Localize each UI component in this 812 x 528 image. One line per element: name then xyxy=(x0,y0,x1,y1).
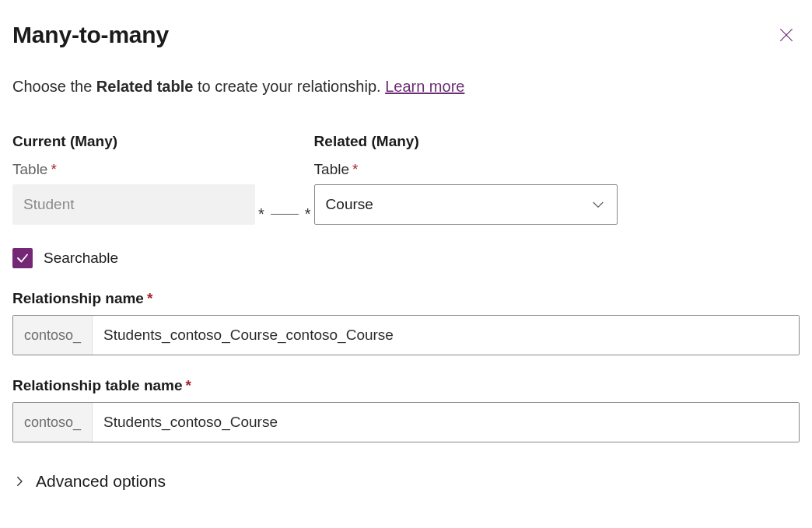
advanced-options-label: Advanced options xyxy=(36,472,166,491)
close-button[interactable] xyxy=(773,22,800,48)
connector-right-star: * xyxy=(305,205,311,223)
intro-text: Choose the Related table to create your … xyxy=(12,78,800,96)
required-marker: * xyxy=(147,290,152,306)
connector-line xyxy=(271,214,299,215)
intro-prefix: Choose the xyxy=(12,78,96,95)
intro-bold: Related table xyxy=(96,78,193,95)
close-icon xyxy=(778,26,795,44)
relationship-table-name-prefix: contoso_ xyxy=(13,403,93,442)
chevron-down-icon xyxy=(590,197,606,212)
related-heading: Related (Many) xyxy=(314,133,618,150)
table-columns: Current (Many) Table* Student * * Relate… xyxy=(12,133,800,234)
relationship-name-prefix: contoso_ xyxy=(13,316,93,355)
searchable-row: Searchable xyxy=(12,248,800,268)
current-table-value: Student xyxy=(23,196,75,213)
chevron-right-icon xyxy=(12,474,26,488)
current-table-readonly: Student xyxy=(12,184,255,225)
current-column: Current (Many) Table* Student xyxy=(12,133,255,225)
panel-title: Many-to-many xyxy=(12,22,169,48)
related-column: Related (Many) Table* Course xyxy=(314,133,618,225)
relationship-name-input[interactable] xyxy=(93,316,799,355)
current-table-label-text: Table xyxy=(12,161,47,177)
relationship-name-field: Relationship name* contoso_ xyxy=(12,290,800,355)
related-table-value: Course xyxy=(326,196,373,213)
connector-left-star: * xyxy=(258,205,264,223)
relationship-name-label-text: Relationship name xyxy=(12,290,144,306)
related-table-select[interactable]: Course xyxy=(314,184,618,225)
searchable-checkbox[interactable] xyxy=(12,248,33,268)
relationship-table-name-label: Relationship table name* xyxy=(12,377,800,394)
current-table-label: Table* xyxy=(12,161,255,178)
relationship-table-name-input[interactable] xyxy=(93,403,799,442)
header-row: Many-to-many xyxy=(12,22,800,48)
required-marker: * xyxy=(352,161,358,177)
required-marker: * xyxy=(51,161,56,177)
required-marker: * xyxy=(186,377,191,393)
current-heading: Current (Many) xyxy=(12,133,255,150)
relationship-name-label: Relationship name* xyxy=(12,290,800,307)
many-to-many-panel: Many-to-many Choose the Related table to… xyxy=(0,0,812,506)
related-table-label-text: Table xyxy=(314,161,349,177)
relationship-name-input-group: contoso_ xyxy=(12,315,800,355)
relationship-table-name-field: Relationship table name* contoso_ xyxy=(12,377,800,442)
check-icon xyxy=(16,251,30,265)
intro-suffix: to create your relationship. xyxy=(193,78,385,95)
relationship-table-name-label-text: Relationship table name xyxy=(12,377,183,393)
relationship-table-name-input-group: contoso_ xyxy=(12,402,800,442)
many-to-many-connector: * * xyxy=(255,194,314,234)
related-table-label: Table* xyxy=(314,161,618,178)
advanced-options-toggle[interactable]: Advanced options xyxy=(12,472,800,491)
learn-more-link[interactable]: Learn more xyxy=(385,78,464,95)
searchable-label: Searchable xyxy=(44,250,118,267)
